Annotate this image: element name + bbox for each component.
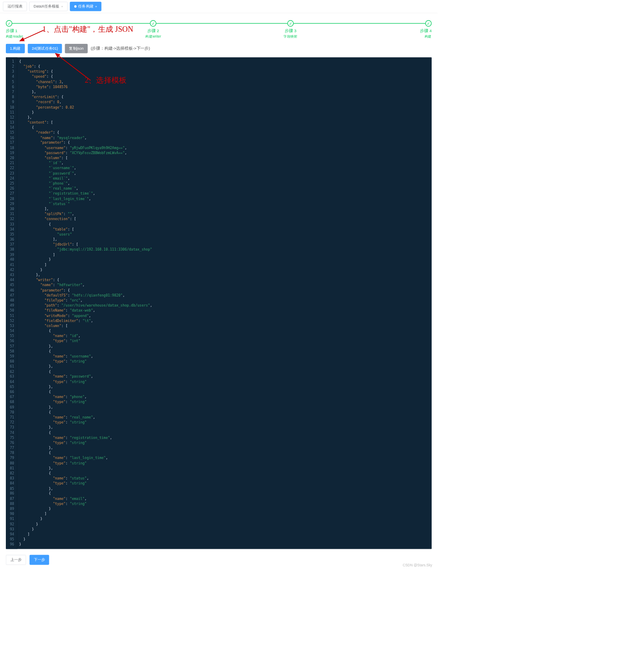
prev-button[interactable]: 上一步 (6, 555, 26, 565)
copy-json-button[interactable]: 复制json (65, 44, 88, 53)
step-sub: 构建reader (6, 34, 23, 39)
check-icon: ✓ (6, 20, 12, 26)
build-button[interactable]: 1.构建 (6, 44, 25, 53)
step-title: 步骤 4 (420, 28, 432, 34)
step-sub: 构建 (425, 34, 432, 39)
step-sub: 构建writer (145, 34, 161, 39)
footer-actions: 上一步 下一步 (0, 553, 438, 571)
line-gutter: 1 2 3 4 5 6 7 8 9 10 11 12 13 14 15 16 1… (6, 57, 18, 549)
next-button[interactable]: 下一步 (30, 555, 49, 565)
step-indicator: ✓ 步骤 1 构建reader ✓ 步骤 2 构建writer ✓ 步骤 3 字… (6, 20, 432, 39)
step-title: 步骤 2 (147, 28, 159, 34)
close-icon[interactable]: × (61, 5, 63, 8)
step-title: 步骤 1 (6, 28, 18, 34)
step-title: 步骤 3 (285, 28, 296, 34)
json-editor[interactable]: 1 2 3 4 5 6 7 8 9 10 11 12 13 14 15 16 1… (6, 57, 432, 549)
tab-task-build[interactable]: 任务构建× (70, 2, 101, 11)
tab-bar: 运行报表 DataX任务模板× 任务构建× (0, 0, 438, 13)
tab-datax-template[interactable]: DataX任务模板× (29, 2, 67, 11)
close-icon[interactable]: × (95, 5, 97, 8)
watermark: CSDN @Stars.Sky (403, 563, 433, 567)
step-4: ✓ 步骤 4 构建 (420, 20, 432, 39)
check-icon: ✓ (425, 20, 432, 26)
tab-run-report[interactable]: 运行报表 (3, 2, 27, 11)
dot-icon (74, 5, 77, 8)
template-select-button[interactable]: 24(测试任务01) (28, 44, 62, 53)
check-icon: ✓ (287, 20, 294, 26)
step-1: ✓ 步骤 1 构建reader (6, 20, 23, 39)
step-sub: 字段映射 (283, 34, 298, 39)
check-icon: ✓ (150, 20, 156, 26)
step-2: ✓ 步骤 2 构建writer (145, 20, 161, 39)
toolbar-hint: (步骤：构建->选择模板->下一步) (91, 46, 150, 51)
step-3: ✓ 步骤 3 字段映射 (283, 20, 298, 39)
code-content[interactable]: { "job": { "setting": { "speed": { "chan… (18, 57, 432, 549)
toolbar: 1.构建 24(测试任务01) 复制json (步骤：构建->选择模板->下一步… (0, 41, 438, 57)
